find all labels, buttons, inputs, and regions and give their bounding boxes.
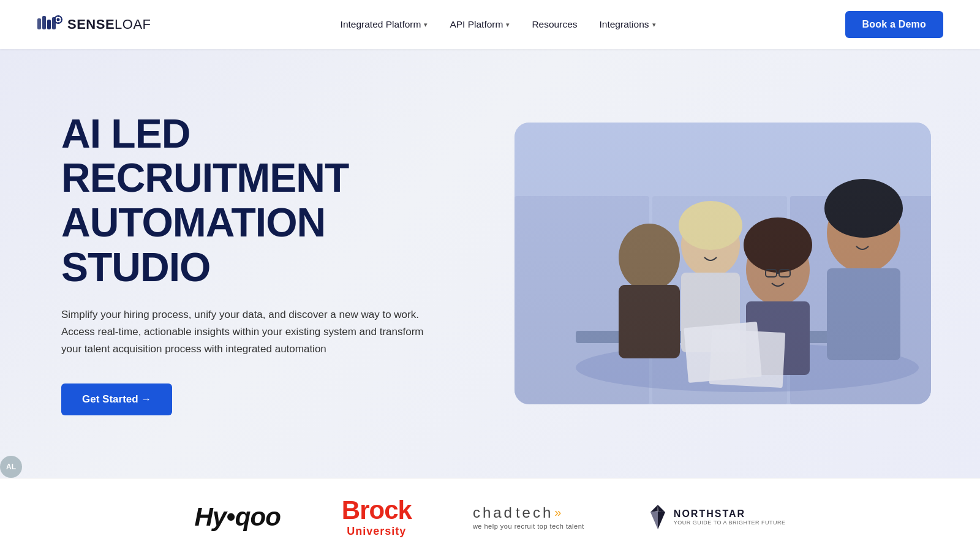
nav-item-integrated-platform[interactable]: Integrated Platform ▾ bbox=[341, 19, 428, 30]
northstar-icon bbox=[646, 504, 670, 531]
get-started-button[interactable]: Get Started → bbox=[61, 383, 172, 415]
logo-text: SENSELOAF bbox=[67, 17, 151, 32]
chevron-down-icon: ▾ bbox=[652, 21, 656, 29]
logos-strip: Hy • qoo Brock University chadtech » we … bbox=[0, 478, 980, 544]
svg-point-5 bbox=[57, 18, 60, 21]
logo-northstar: NORTHSTAR YOUR GUIDE TO A BRIGHTER FUTUR… bbox=[646, 504, 786, 531]
northstar-tagline: YOUR GUIDE TO A BRIGHTER FUTURE bbox=[674, 519, 786, 526]
nav-item-api-platform[interactable]: API Platform ▾ bbox=[450, 19, 510, 30]
logo-chadtech: chadtech » we help you recruit top tech … bbox=[473, 504, 584, 530]
hero-title: AI LED RECRUITMENT AUTOMATION STUDIO bbox=[61, 111, 478, 289]
nav-item-resources[interactable]: Resources bbox=[532, 19, 577, 30]
chadtech-tagline: we help you recruit top tech talent bbox=[473, 523, 584, 530]
logo-hyqoo: Hy • qoo bbox=[194, 502, 280, 532]
logo-icon bbox=[37, 13, 62, 36]
logo[interactable]: SENSELOAF bbox=[37, 13, 151, 36]
hyqoo-dot: • bbox=[226, 502, 235, 532]
svg-rect-0 bbox=[37, 18, 41, 29]
svg-rect-8 bbox=[54, 19, 56, 20]
avatar: AL bbox=[0, 456, 22, 478]
svg-rect-6 bbox=[58, 15, 59, 17]
svg-rect-7 bbox=[58, 22, 59, 24]
logo-brock: Brock University bbox=[342, 496, 412, 538]
svg-rect-2 bbox=[47, 20, 51, 29]
hero-subtitle: Simplify your hiring process, unify your… bbox=[61, 306, 429, 358]
book-demo-button[interactable]: Book a Demo bbox=[845, 11, 943, 38]
chadtech-name: chadtech » bbox=[473, 504, 565, 521]
navbar: SENSELOAF Integrated Platform ▾ API Plat… bbox=[0, 0, 980, 49]
chevron-down-icon: ▾ bbox=[424, 21, 428, 29]
nav-links: Integrated Platform ▾ API Platform ▾ Res… bbox=[341, 19, 656, 30]
chevron-down-icon: ▾ bbox=[506, 21, 510, 29]
nav-item-integrations[interactable]: Integrations ▾ bbox=[600, 19, 656, 30]
hero-content: AI LED RECRUITMENT AUTOMATION STUDIO Sim… bbox=[61, 111, 478, 416]
hyqoo-text2: qoo bbox=[235, 502, 281, 532]
svg-rect-1 bbox=[42, 16, 46, 29]
northstar-name: NORTHSTAR bbox=[674, 508, 786, 519]
hyqoo-text: Hy bbox=[194, 502, 226, 532]
chadtech-arrows-icon: » bbox=[554, 505, 565, 519]
brock-main-text: Brock bbox=[342, 496, 412, 525]
team-illustration bbox=[514, 123, 931, 404]
svg-rect-9 bbox=[61, 19, 62, 20]
hero-section: AI LED RECRUITMENT AUTOMATION STUDIO Sim… bbox=[0, 49, 980, 478]
brock-sub-text: University bbox=[347, 525, 406, 538]
hero-image: AI bbox=[514, 123, 931, 404]
svg-rect-67 bbox=[514, 123, 931, 404]
hero-image-area: AI bbox=[478, 123, 931, 404]
